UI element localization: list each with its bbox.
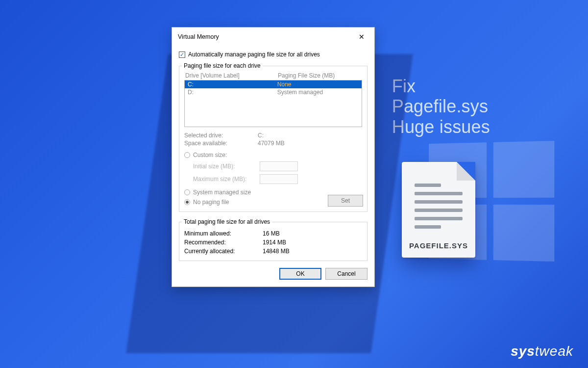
dialog-title: Virtual Memory: [178, 33, 219, 40]
close-icon: ✕: [359, 33, 365, 41]
totals-group: Total paging file size for all drives Mi…: [179, 219, 368, 261]
drive-label: D:: [188, 89, 277, 96]
close-button[interactable]: ✕: [354, 31, 369, 42]
titlebar: Virtual Memory ✕: [172, 27, 374, 45]
header-size: Paging File Size (MB): [278, 72, 362, 79]
current-value: 14848 MB: [263, 248, 290, 255]
initial-size-input[interactable]: [260, 161, 298, 171]
ok-button[interactable]: OK: [279, 268, 321, 280]
file-icon-label: PAGEFILE.SYS: [402, 241, 475, 250]
header-drive: Drive [Volume Label]: [185, 72, 278, 79]
space-available-label: Space available:: [184, 140, 258, 147]
auto-manage-row[interactable]: ✓ Automatically manage paging file size …: [179, 51, 368, 58]
radio-none-label: No paging file: [193, 199, 229, 206]
pagefile-document-icon: PAGEFILE.SYS: [402, 162, 475, 258]
radio-system-label: System managed size: [193, 189, 251, 196]
space-available-row: Space available: 47079 MB: [184, 140, 362, 147]
min-allowed-row: Minimum allowed: 16 MB: [184, 230, 362, 237]
radio-custom-label: Custom size:: [193, 152, 227, 158]
drives-group: Paging file size for each drive Drive [V…: [179, 63, 368, 212]
selected-drive-value: C:: [258, 132, 264, 139]
initial-size-label: Initial size (MB):: [193, 163, 257, 170]
selected-drive-row: Selected drive: C:: [184, 132, 362, 139]
radio-icon: [184, 189, 190, 195]
document-lines-icon: [415, 184, 463, 229]
brand-part1: sys: [511, 343, 535, 359]
auto-manage-label: Automatically manage paging file size fo…: [188, 51, 320, 58]
totals-title: Total paging file size for all drives: [182, 218, 272, 225]
drive-size: None: [277, 81, 359, 88]
set-button[interactable]: Set: [328, 195, 363, 207]
maximum-size-row: Maximum size (MB):: [193, 174, 362, 184]
radio-icon: [184, 199, 190, 205]
systweak-logo: systweak: [511, 343, 573, 359]
min-allowed-value: 16 MB: [263, 230, 280, 237]
selected-drive-label: Selected drive:: [184, 132, 258, 139]
drive-size: System managed: [277, 89, 359, 96]
initial-size-row: Initial size (MB):: [193, 161, 362, 171]
maximum-size-input[interactable]: [260, 174, 298, 184]
space-available-value: 47079 MB: [258, 140, 285, 147]
min-allowed-label: Minimum allowed:: [184, 230, 263, 237]
recommended-row: Recommended: 1914 MB: [184, 239, 362, 246]
currently-allocated-row: Currently allocated: 14848 MB: [184, 248, 362, 255]
marketing-line: Huge issues: [392, 117, 490, 137]
current-label: Currently allocated:: [184, 248, 263, 255]
radio-custom-size[interactable]: Custom size:: [184, 152, 362, 158]
drive-list-header: Drive [Volume Label] Paging File Size (M…: [185, 72, 362, 79]
drive-list[interactable]: C: None D: System managed: [184, 80, 362, 127]
cancel-button[interactable]: Cancel: [325, 268, 368, 280]
dialog-buttons: OK Cancel: [172, 268, 374, 287]
radio-icon: [184, 152, 190, 158]
checkbox-icon: ✓: [179, 52, 185, 58]
maximum-size-label: Maximum size (MB):: [193, 176, 257, 183]
recommended-value: 1914 MB: [263, 239, 286, 246]
brand-part2: tweak: [535, 343, 573, 359]
recommended-label: Recommended:: [184, 239, 263, 246]
virtual-memory-dialog: Virtual Memory ✕ ✓ Automatically manage …: [172, 27, 375, 287]
drive-label: C:: [188, 81, 277, 88]
drives-group-title: Paging file size for each drive: [182, 62, 263, 69]
drive-row[interactable]: C: None: [185, 80, 362, 88]
drive-row[interactable]: D: System managed: [185, 88, 362, 96]
